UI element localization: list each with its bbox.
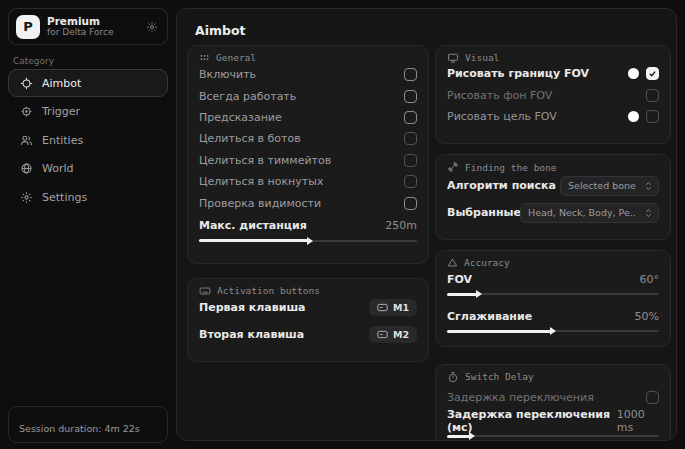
fov-slider[interactable] — [447, 289, 659, 299]
setting-label: Проверка видимости — [199, 197, 321, 210]
keybind-label: Первая клавиша — [199, 301, 306, 314]
setting-row: Рисовать цель FOV — [447, 106, 659, 127]
keybind-button-m2[interactable]: M2 — [369, 326, 417, 343]
fov-value: 60° — [640, 273, 660, 286]
switch-delay-checkbox[interactable] — [646, 391, 659, 404]
sidebar-item-aimbot[interactable]: Aimbot — [8, 69, 168, 97]
setting-label: Рисовать границу FOV — [447, 67, 589, 80]
keybind-button-m1[interactable]: M1 — [369, 299, 417, 316]
main-content: Aimbot General Включить Всегда работать … — [176, 8, 677, 441]
panel-general: General Включить Всегда работать Предска… — [187, 45, 429, 264]
panel-visual: Visual Рисовать границу FOV Рисовать фон… — [435, 45, 671, 144]
setting-row: Предсказание — [199, 107, 417, 128]
smoothing-label: Сглаживание — [447, 310, 532, 323]
sidebar-item-label: World — [42, 162, 74, 175]
switch-delay-slider[interactable] — [447, 431, 659, 441]
panel-accuracy: Accuracy FOV 60° Сглаживание 50% — [435, 250, 671, 347]
target-bots-checkbox[interactable] — [404, 132, 417, 145]
key-icon — [377, 330, 388, 339]
sidebar-item-trigger[interactable]: Trigger — [8, 98, 168, 126]
max-distance-value: 250m — [385, 219, 417, 232]
fov-row: FOV 60° — [447, 269, 659, 289]
sidebar-item-settings[interactable]: Settings — [8, 183, 168, 211]
unfold-icon — [644, 181, 653, 191]
category-label: Category — [13, 56, 54, 66]
key-label: M2 — [393, 329, 409, 340]
entities-icon — [20, 134, 33, 147]
slider-thumb[interactable] — [307, 237, 313, 245]
setting-row: Целиться в ботов — [199, 128, 417, 149]
setting-label: Рисовать цель FOV — [447, 110, 557, 123]
setting-row: Выбранные кос Head, Neck, Body, Pe.. — [447, 200, 659, 225]
panel-finding-bone: Finding the bone Алгоритм поиска кост Se… — [435, 154, 671, 240]
max-distance-row: Макс. дистанция 250m — [199, 216, 417, 236]
session-duration-text: Session duration: 4m 22s — [19, 423, 140, 434]
slider-thumb[interactable] — [476, 290, 482, 298]
bone-algorithm-select[interactable]: Selected bone — [560, 176, 659, 196]
draw-fov-target-checkbox[interactable] — [646, 110, 659, 123]
brand-card: P Premium for Delta Force — [8, 8, 168, 45]
keybind-label: Вторая клавиша — [199, 328, 304, 341]
visibility-check-checkbox[interactable] — [404, 197, 417, 210]
monitor-icon — [447, 52, 459, 64]
smoothing-slider[interactable] — [447, 326, 659, 336]
delta-triangle-icon — [447, 257, 458, 268]
crosshair-icon — [20, 77, 33, 90]
check-icon — [648, 69, 657, 78]
unfold-icon — [644, 208, 653, 218]
panel-title: Accuracy — [464, 257, 510, 268]
switch-delay-toggle-label: Задержка переключения — [447, 391, 594, 404]
setting-label: Всегда работать — [199, 90, 296, 103]
setting-label: Целиться в тиммейтов — [199, 154, 331, 167]
setting-row: Включить — [199, 64, 417, 85]
panel-title: Visual — [465, 52, 499, 63]
globe-icon — [20, 162, 33, 175]
sidebar-item-entities[interactable]: Entities — [8, 126, 168, 154]
setting-row: Задержка переключения — [447, 385, 659, 409]
prediction-checkbox[interactable] — [404, 111, 417, 124]
draw-fov-border-checkbox[interactable] — [646, 67, 659, 80]
setting-row: Целиться в нокнутых — [199, 171, 417, 192]
setting-row: Проверка видимости — [199, 192, 417, 213]
key-label: M1 — [393, 302, 409, 313]
trigger-icon — [20, 105, 33, 118]
fov-label: FOV — [447, 273, 472, 286]
sidebar-item-label: Trigger — [42, 105, 80, 118]
keybind-row: Первая клавиша M1 — [199, 294, 417, 320]
enable-checkbox[interactable] — [404, 68, 417, 81]
setting-label: Целиться в нокнутых — [199, 175, 323, 188]
fov-target-color-swatch[interactable] — [628, 111, 639, 122]
sidebar: P Premium for Delta Force Category Aimbo… — [0, 0, 176, 449]
panel-title: Switch Delay — [465, 371, 534, 382]
slider-thumb[interactable] — [550, 327, 556, 335]
setting-row: Алгоритм поиска кост Selected bone — [447, 173, 659, 198]
setting-row: Целиться в тиммейтов — [199, 150, 417, 171]
settings-gear-icon — [20, 191, 33, 204]
brand-subtitle: for Delta Force — [47, 27, 113, 38]
max-distance-slider[interactable] — [199, 236, 417, 246]
fov-border-color-swatch[interactable] — [628, 68, 639, 79]
smoothing-row: Сглаживание 50% — [447, 306, 659, 326]
select-value: Selected bone — [568, 180, 636, 191]
gear-icon[interactable] — [146, 21, 158, 33]
brand-title: Premium — [47, 15, 113, 27]
brand-logo: P — [16, 15, 40, 39]
sidebar-item-world[interactable]: World — [8, 155, 168, 183]
panel-title: Finding the bone — [465, 162, 557, 173]
bone-algorithm-label: Алгоритм поиска кост — [447, 179, 560, 192]
setting-row: Всегда работать — [199, 85, 417, 106]
target-knocked-checkbox[interactable] — [404, 175, 417, 188]
slider-thumb[interactable] — [469, 432, 475, 440]
draw-fov-background-checkbox[interactable] — [646, 89, 659, 102]
sidebar-nav: Aimbot Trigger Entities — [8, 69, 168, 212]
panel-title: General — [216, 52, 256, 63]
setting-label: Целиться в ботов — [199, 132, 301, 145]
setting-row: Рисовать границу FOV — [447, 63, 659, 84]
selected-bones-select[interactable]: Head, Neck, Body, Pe.. — [520, 203, 659, 223]
keyboard-icon — [199, 285, 211, 297]
target-teammates-checkbox[interactable] — [404, 154, 417, 167]
panel-switch-delay: Switch Delay Задержка переключения Задер… — [435, 364, 671, 441]
panel-title: Activation buttons — [217, 285, 320, 296]
select-value: Head, Neck, Body, Pe.. — [528, 207, 636, 218]
always-work-checkbox[interactable] — [404, 90, 417, 103]
